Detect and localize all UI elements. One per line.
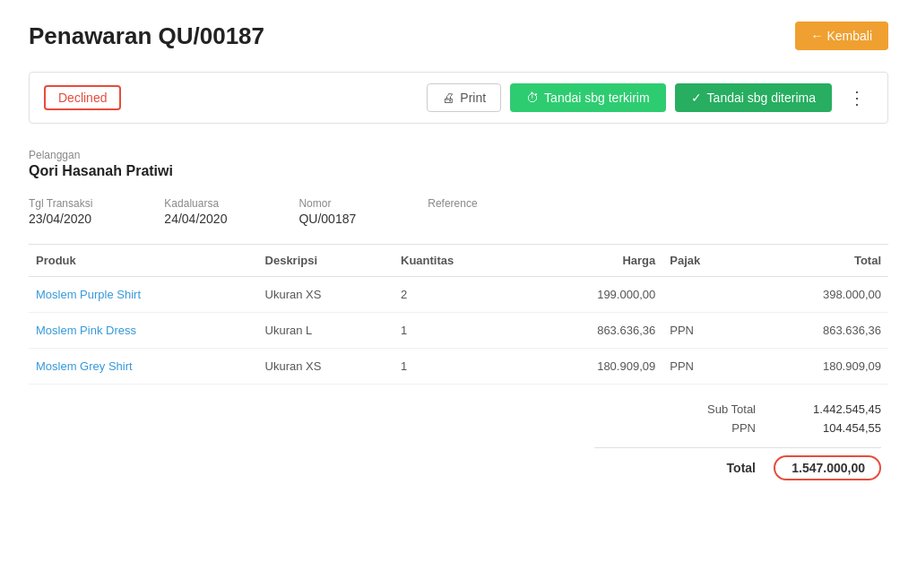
ppn-label: PPN	[666, 421, 756, 435]
print-button[interactable]: 🖨 Print	[427, 83, 501, 112]
col-header-pajak: Pajak	[662, 245, 748, 277]
cell-kuantitas-2: 1	[394, 349, 523, 385]
printer-icon: 🖨	[442, 91, 454, 105]
nomor-value: QU/00187	[298, 212, 356, 226]
grand-total-value: 1.547.000,00	[774, 455, 881, 480]
meta-reference: Reference	[428, 197, 477, 226]
cell-produk-0: Moslem Purple Shirt	[29, 277, 258, 313]
more-button[interactable]: ⋮	[841, 83, 873, 112]
sub-total-value: 1.442.545,45	[774, 402, 881, 416]
sub-total-label: Sub Total	[666, 402, 756, 416]
action-buttons: 🖨 Print ⏱ Tandai sbg terkirim ✓ Tandai s…	[427, 83, 873, 112]
action-bar: Declined 🖨 Print ⏱ Tandai sbg terkirim ✓…	[29, 72, 888, 124]
check-icon: ✓	[691, 91, 702, 105]
cell-total-2: 180.909,09	[748, 349, 888, 385]
cell-pajak-1: PPN	[662, 313, 748, 349]
col-header-produk: Produk	[29, 245, 258, 277]
tgl-transaksi-label: Tgl Transaksi	[29, 197, 92, 210]
ppn-value: 104.454,55	[774, 421, 881, 435]
totals-section: Sub Total 1.442.545,45 PPN 104.454,55 To…	[29, 402, 888, 480]
cell-produk-1: Moslem Pink Dress	[29, 313, 258, 349]
table-row: Moslem Grey Shirt Ukuran XS 1 180.909,09…	[29, 349, 888, 385]
cell-deskripsi-2: Ukuran XS	[258, 349, 394, 385]
sub-total-row: Sub Total 1.442.545,45	[594, 402, 881, 416]
cell-kuantitas-0: 2	[394, 277, 523, 313]
cell-deskripsi-0: Ukuran XS	[258, 277, 394, 313]
page-title: Penawaran QU/00187	[29, 22, 264, 50]
ppn-row: PPN 104.454,55	[594, 421, 881, 435]
meta-kadaluarsa: Kadaluarsa 24/04/2020	[164, 197, 227, 226]
col-header-harga: Harga	[523, 245, 663, 277]
page-container: Penawaran QU/00187 ← Kembali Declined 🖨 …	[0, 0, 917, 588]
tandai-diterima-button[interactable]: ✓ Tandai sbg diterima	[675, 83, 832, 112]
print-label: Print	[460, 91, 486, 105]
cell-deskripsi-1: Ukuran L	[258, 313, 394, 349]
back-button[interactable]: ← Kembali	[795, 22, 888, 50]
tgl-transaksi-value: 23/04/2020	[29, 212, 91, 226]
meta-nomor: Nomor QU/00187	[298, 197, 356, 226]
meta-tgl-transaksi: Tgl Transaksi 23/04/2020	[29, 197, 92, 226]
products-table: Produk Deskripsi Kuantitas Harga Pajak T…	[29, 244, 888, 385]
meta-row: Tgl Transaksi 23/04/2020 Kadaluarsa 24/0…	[29, 197, 888, 226]
nomor-label: Nomor	[298, 197, 356, 210]
col-header-total: Total	[748, 245, 888, 277]
clock-icon: ⏱	[526, 91, 539, 105]
cell-pajak-2: PPN	[662, 349, 748, 385]
total-divider	[594, 447, 881, 448]
tandai-diterima-label: Tandai sbg diterima	[707, 91, 816, 105]
cell-pajak-0	[662, 277, 748, 313]
customer-name: Qori Hasanah Pratiwi	[29, 163, 888, 179]
cell-harga-0: 199.000,00	[523, 277, 663, 313]
table-row: Moslem Pink Dress Ukuran L 1 863.636,36 …	[29, 313, 888, 349]
col-header-kuantitas: Kuantitas	[394, 245, 523, 277]
kadaluarsa-value: 24/04/2020	[164, 212, 227, 226]
cell-harga-2: 180.909,09	[523, 349, 663, 385]
grand-total-label: Total	[666, 461, 756, 475]
kadaluarsa-label: Kadaluarsa	[164, 197, 227, 210]
customer-label: Pelanggan	[29, 149, 888, 161]
col-header-deskripsi: Deskripsi	[258, 245, 394, 277]
reference-label: Reference	[428, 197, 477, 210]
cell-total-0: 398.000,00	[748, 277, 888, 313]
cell-total-1: 863.636,36	[748, 313, 888, 349]
status-badge: Declined	[44, 85, 121, 110]
tandai-terkirim-label: Tandai sbg terkirim	[544, 91, 650, 105]
detail-section: Pelanggan Qori Hasanah Pratiwi Tgl Trans…	[29, 142, 888, 498]
cell-harga-1: 863.636,36	[523, 313, 663, 349]
page-header: Penawaran QU/00187 ← Kembali	[29, 22, 888, 50]
cell-kuantitas-1: 1	[394, 313, 523, 349]
table-header-row: Produk Deskripsi Kuantitas Harga Pajak T…	[29, 245, 888, 277]
table-row: Moslem Purple Shirt Ukuran XS 2 199.000,…	[29, 277, 888, 313]
grand-total-row: Total 1.547.000,00	[594, 455, 881, 480]
cell-produk-2: Moslem Grey Shirt	[29, 349, 258, 385]
tandai-terkirim-button[interactable]: ⏱ Tandai sbg terkirim	[510, 83, 666, 112]
